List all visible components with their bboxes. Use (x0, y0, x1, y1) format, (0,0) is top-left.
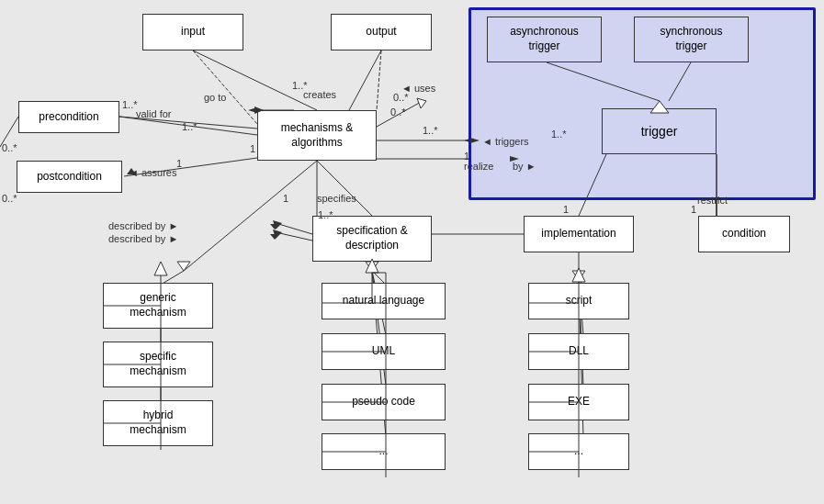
sync-trigger-box: synchronoustrigger (634, 17, 749, 62)
label-1-assures: 1 (176, 158, 182, 169)
svg-marker-6 (248, 107, 257, 113)
svg-marker-42 (572, 268, 585, 282)
label-goto: go to (204, 92, 226, 103)
precondition-box: precondition (18, 101, 119, 133)
dots2-box: ... (528, 433, 629, 470)
label-1-specifies: 1 (283, 193, 288, 204)
label-validfor: valid for (136, 108, 172, 119)
label-1-restrict: 1 (691, 204, 696, 215)
exe-box: EXE (528, 384, 629, 420)
script-box: script (528, 283, 629, 319)
label-1-impl: 1 (563, 204, 569, 215)
label-1star-triggers: 1..* (551, 129, 567, 140)
label-0star2: 0..* (390, 106, 406, 118)
svg-line-68 (193, 50, 257, 124)
svg-line-1 (349, 50, 381, 110)
svg-marker-64 (270, 234, 279, 240)
label-assures: ◄ assures (129, 167, 176, 178)
trigger-box: trigger (602, 108, 717, 154)
uml-box: UML (322, 333, 446, 370)
dots1-box: ... (322, 433, 446, 470)
label-1star-spec: 1..* (318, 209, 333, 220)
svg-marker-19 (366, 262, 378, 271)
label-0star-left: 0..* (2, 142, 17, 153)
label-by: by ► (513, 161, 536, 172)
natural-language-box: natural language (322, 283, 446, 319)
generic-mechanism-box: genericmechanism (103, 283, 213, 329)
hybrid-mechanism-box: hybridmechanism (103, 400, 213, 446)
svg-marker-63 (270, 224, 279, 230)
condition-box: condition (698, 216, 790, 252)
label-realize: realize (464, 161, 493, 172)
output-box: output (331, 14, 432, 50)
svg-line-14 (276, 232, 312, 241)
svg-line-13 (276, 223, 312, 234)
label-uses: ◄ uses (401, 83, 435, 94)
specific-mechanism-box: specificmechanism (103, 342, 213, 387)
label-creates: creates (303, 89, 336, 100)
svg-marker-34 (177, 262, 190, 271)
postcondition-box: postcondition (17, 161, 122, 193)
label-specifies: specifies (317, 193, 356, 204)
pseudo-code-box: pseudo code (322, 384, 446, 420)
svg-marker-40 (154, 262, 167, 275)
input-box: input (142, 14, 243, 50)
label-triggers: ◄ triggers (482, 136, 529, 147)
svg-marker-21 (572, 271, 585, 280)
mechanisms-box: mechanisms &algorithms (257, 110, 377, 161)
label-1star-mech1: 1..* (182, 121, 198, 132)
label-1-mech-left: 1 (250, 143, 255, 154)
svg-line-17 (317, 161, 372, 216)
async-trigger-box: asynchronoustrigger (487, 17, 602, 62)
svg-marker-16 (273, 230, 282, 239)
label-described2: described by ► (108, 233, 178, 244)
svg-line-30 (184, 161, 317, 271)
implementation-box: implementation (524, 216, 634, 252)
diagram: input output precondition mechanisms &al… (0, 0, 824, 504)
label-restrict: restrict (697, 195, 728, 206)
label-1star-realize: 1..* (423, 125, 438, 136)
svg-text:0..*: 0..* (2, 193, 17, 204)
label-described1: described by ► (108, 220, 178, 231)
svg-line-69 (377, 50, 381, 110)
svg-marker-8 (417, 98, 426, 108)
dll-box: DLL (528, 333, 629, 370)
specification-box: specification &description (312, 216, 432, 262)
svg-marker-15 (273, 220, 282, 230)
